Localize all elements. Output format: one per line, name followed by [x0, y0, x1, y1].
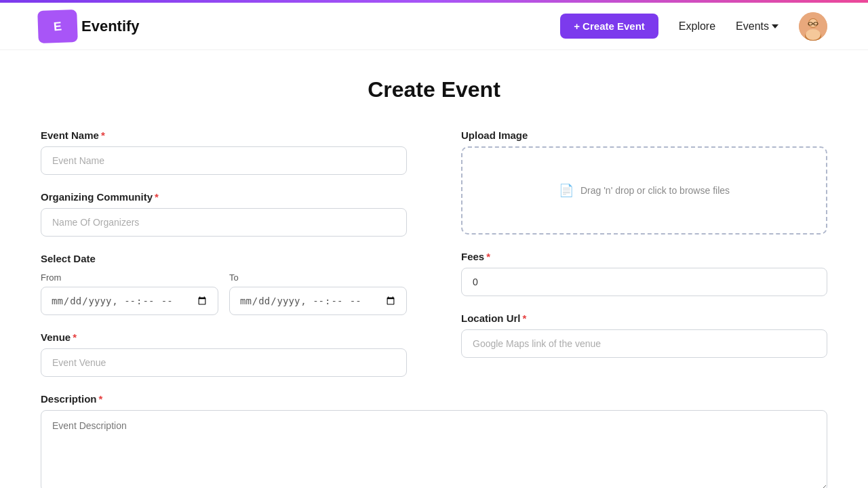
navbar-right: + Create Event Explore Events [560, 12, 827, 41]
to-date-input[interactable] [229, 287, 407, 315]
from-label: From [41, 272, 218, 283]
page-content: Create Event Event Name* Organizing Comm… [0, 50, 868, 488]
date-section: Select Date From To [41, 253, 407, 315]
required-star-2: * [155, 191, 159, 203]
page-title: Create Event [41, 77, 827, 102]
required-star-venue: * [73, 331, 77, 343]
organizing-community-input[interactable] [41, 208, 407, 237]
event-name-input[interactable] [41, 146, 407, 175]
upload-image-label: Upload Image [461, 129, 827, 141]
svg-point-3 [809, 19, 817, 27]
event-name-label: Event Name* [41, 129, 407, 141]
logo-container[interactable]: E Eventify [41, 13, 140, 40]
fees-group: Fees* [461, 251, 827, 296]
events-dropdown[interactable]: Events [736, 20, 778, 33]
required-star-fees: * [486, 251, 490, 262]
venue-group: Venue* [41, 331, 407, 377]
to-date-group: To [229, 272, 407, 315]
upload-image-group: Upload Image 📄 Drag 'n' drop or click to… [461, 129, 827, 235]
form-grid: Event Name* Organizing Community* Select… [41, 129, 827, 488]
avatar[interactable] [799, 12, 827, 41]
left-column: Event Name* Organizing Community* Select… [41, 129, 407, 393]
fees-label: Fees* [461, 251, 827, 262]
upload-area[interactable]: 📄 Drag 'n' drop or click to browse files [461, 146, 827, 235]
navbar: E Eventify + Create Event Explore Events [0, 3, 868, 50]
event-name-group: Event Name* [41, 129, 407, 175]
to-label: To [229, 272, 407, 283]
venue-label: Venue* [41, 331, 407, 343]
file-icon: 📄 [559, 183, 574, 198]
venue-input[interactable] [41, 348, 407, 377]
logo-icon: E [39, 11, 75, 41]
description-group: Description* [41, 393, 827, 488]
right-column: Upload Image 📄 Drag 'n' drop or click to… [461, 129, 827, 393]
from-date-group: From [41, 272, 218, 315]
required-star: * [101, 129, 105, 141]
logo-text: Eventify [81, 18, 140, 35]
svg-point-4 [806, 29, 821, 40]
explore-link[interactable]: Explore [679, 20, 715, 33]
fees-input[interactable] [461, 268, 827, 296]
events-label: Events [736, 20, 769, 33]
description-label: Description* [41, 393, 827, 405]
required-star-location: * [523, 312, 527, 324]
description-textarea[interactable] [41, 410, 827, 488]
chevron-down-icon [772, 24, 778, 28]
organizing-community-group: Organizing Community* [41, 191, 407, 237]
organizing-community-label: Organizing Community* [41, 191, 407, 203]
logo-letter: E [53, 19, 62, 34]
date-row: From To [41, 272, 407, 315]
select-date-label: Select Date [41, 253, 407, 264]
create-event-button[interactable]: + Create Event [560, 14, 658, 39]
required-star-desc: * [99, 393, 103, 405]
location-url-input[interactable] [461, 329, 827, 358]
location-url-label: Location Url* [461, 312, 827, 324]
upload-drag-text: Drag 'n' drop or click to browse files [580, 185, 730, 196]
location-url-group: Location Url* [461, 312, 827, 358]
from-date-input[interactable] [41, 287, 218, 315]
